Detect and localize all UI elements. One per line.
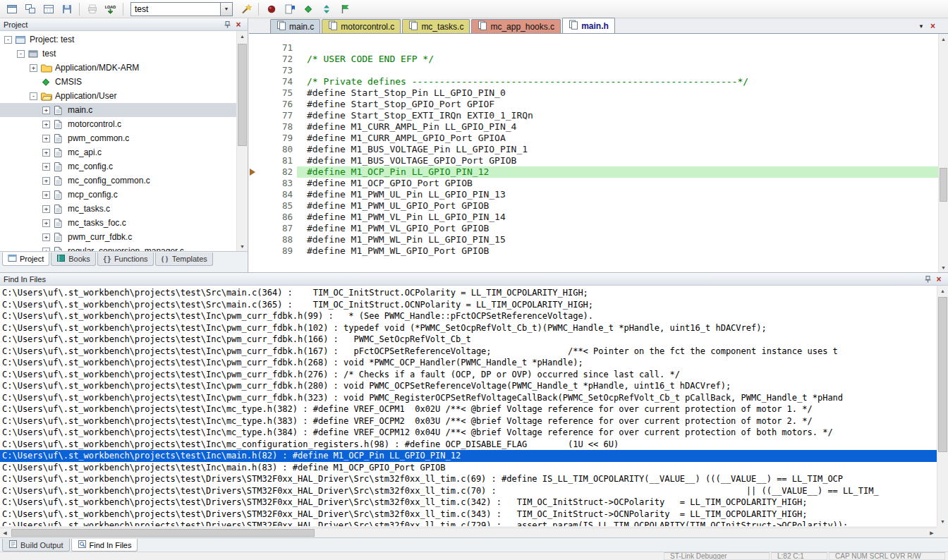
print-icon[interactable] bbox=[83, 1, 101, 17]
options-wand-icon[interactable] bbox=[237, 1, 255, 17]
save-all-icon[interactable] bbox=[58, 1, 75, 17]
expand-icon[interactable]: + bbox=[42, 121, 50, 128]
collapse-icon[interactable]: - bbox=[30, 92, 37, 100]
bookmark-icon[interactable] bbox=[281, 1, 298, 17]
output-tab-build-output[interactable]: Build Output bbox=[2, 539, 70, 552]
expand-icon[interactable]: + bbox=[42, 219, 50, 227]
target-select-value[interactable]: test bbox=[130, 2, 221, 16]
flash-load-icon[interactable]: LOAD bbox=[102, 1, 119, 17]
find-result-row[interactable]: C:\Users\uf\.st_workbench\projects\test\… bbox=[0, 380, 937, 392]
editor-tab-mc-app-hooks-c[interactable]: mc_app_hooks.c bbox=[471, 19, 561, 33]
code-line[interactable]: 78#define M1_CURR_AMPL_Pin LL_GPIO_PIN_4 bbox=[249, 121, 938, 133]
tree-item-mc-config-c[interactable]: +mc_config.c bbox=[0, 159, 237, 174]
collapse-icon[interactable]: - bbox=[17, 50, 25, 58]
expand-icon[interactable]: + bbox=[42, 191, 50, 199]
find-result-row[interactable]: C:\Users\uf\.st_workbench\projects\test\… bbox=[0, 485, 937, 497]
output-tab-find-in-files[interactable]: Find In Files bbox=[71, 539, 138, 552]
panel-tab-books[interactable]: Books bbox=[51, 252, 96, 266]
code-line[interactable]: 74/* Private defines -------------------… bbox=[249, 76, 938, 87]
expand-icon[interactable]: + bbox=[42, 177, 50, 185]
code-line[interactable]: 82#define M1_OCP_Pin LL_GPIO_PIN_12 bbox=[249, 166, 938, 178]
find-result-row[interactable]: C:\Users\uf\.st_workbench\projects\test\… bbox=[0, 322, 937, 334]
code-text[interactable]: #define Start_Stop_Pin LL_GPIO_PIN_0 bbox=[297, 87, 938, 99]
find-result-row[interactable]: C:\Users\uf\.st_workbench\projects\test\… bbox=[0, 346, 937, 358]
scroll-thumb[interactable] bbox=[938, 297, 947, 452]
expand-icon[interactable]: + bbox=[42, 163, 50, 171]
code-text[interactable]: /* USER CODE END EFP */ bbox=[297, 54, 938, 65]
code-line[interactable]: 81#define M1_BUS_VOLTAGE_GPIO_Port GPIOB bbox=[249, 155, 938, 166]
code-line[interactable]: 75#define Start_Stop_Pin LL_GPIO_PIN_0 bbox=[249, 87, 938, 99]
close-icon[interactable]: × bbox=[233, 20, 244, 30]
expand-icon[interactable]: + bbox=[42, 205, 50, 213]
scroll-right-icon[interactable]: ▶ bbox=[927, 528, 937, 537]
scroll-down-icon[interactable]: ▼ bbox=[939, 262, 948, 272]
editor-tab-main-c[interactable]: main.c bbox=[270, 19, 320, 33]
code-line[interactable]: 85#define M1_PWM_UL_GPIO_Port GPIOB bbox=[249, 200, 938, 212]
code-line[interactable]: 86#define M1_PWM_VL_Pin LL_GPIO_PIN_14 bbox=[249, 212, 938, 223]
code-line[interactable]: 77#define Start_Stop_EXTI_IRQn EXTI0_1_I… bbox=[249, 110, 938, 121]
find-result-row[interactable]: C:\Users\uf\.st_workbench\projects\test\… bbox=[0, 403, 937, 415]
code-line[interactable]: 79#define M1_CURR_AMPL_GPIO_Port GPIOA bbox=[249, 133, 938, 144]
find-result-row[interactable]: C:\Users\uf\.st_workbench\projects\test\… bbox=[0, 310, 937, 322]
tree-item-mc-tasks-c[interactable]: +mc_tasks.c bbox=[0, 202, 237, 216]
chevron-down-icon[interactable]: ▼ bbox=[221, 2, 233, 16]
code-line[interactable]: 73 bbox=[249, 65, 938, 76]
find-result-row[interactable]: C:\Users\uf\.st_workbench\projects\test\… bbox=[0, 473, 937, 485]
code-text[interactable]: /* Private defines ---------------------… bbox=[297, 76, 938, 87]
expand-icon[interactable]: + bbox=[30, 64, 37, 72]
expand-icon[interactable]: + bbox=[42, 149, 50, 157]
find-result-row[interactable]: C:\Users\uf\.st_workbench\projects\test\… bbox=[0, 427, 937, 439]
code-text[interactable]: #define M1_PWM_UL_GPIO_Port GPIOB bbox=[297, 200, 938, 212]
expand-icon[interactable]: + bbox=[42, 233, 50, 241]
editor-tab-motorcontrol-c[interactable]: motorcontrol.c bbox=[322, 19, 401, 33]
editor-scrollbar[interactable]: ▲ ▼ bbox=[938, 34, 948, 272]
find-result-row[interactable]: C:\Users\uf\.st_workbench\projects\test\… bbox=[0, 357, 937, 369]
expand-icon[interactable]: + bbox=[42, 135, 50, 142]
code-line[interactable]: 84#define M1_PWM_UL_Pin LL_GPIO_PIN_13 bbox=[249, 189, 938, 200]
tree-item-regular-conversion-manager-c[interactable]: +regular_conversion_manager.c bbox=[0, 244, 237, 251]
code-line[interactable]: 89#define M1_PWM_WL_GPIO_Port GPIOB bbox=[249, 245, 938, 257]
code-text[interactable]: #define M1_PWM_VL_GPIO_Port GPIOB bbox=[297, 223, 938, 234]
code-text[interactable]: #define M1_CURR_AMPL_Pin LL_GPIO_PIN_4 bbox=[297, 121, 938, 133]
debug-session-icon[interactable] bbox=[262, 1, 280, 17]
collapse-icon[interactable]: - bbox=[4, 36, 12, 44]
scroll-up-icon[interactable]: ▲ bbox=[939, 34, 948, 44]
tree-item-mc-tasks-foc-c[interactable]: +mc_tasks_foc.c bbox=[0, 216, 237, 230]
tree-item-main-c[interactable]: +main.c bbox=[0, 103, 237, 117]
tree-item-test[interactable]: -test bbox=[0, 47, 237, 61]
tree-item-cmsis[interactable]: CMSIS bbox=[0, 75, 237, 89]
find-result-row[interactable]: C:\Users\uf\.st_workbench\projects\test\… bbox=[0, 450, 937, 462]
code-text[interactable]: #define Start_Stop_EXTI_IRQn EXTI0_1_IRQ… bbox=[297, 110, 938, 121]
pin-icon[interactable] bbox=[221, 20, 233, 30]
code-text[interactable]: #define M1_PWM_UL_Pin LL_GPIO_PIN_13 bbox=[297, 189, 938, 200]
project-tree-scrollbar[interactable]: ▲ ▼ bbox=[236, 31, 248, 251]
flag-icon[interactable] bbox=[336, 1, 353, 17]
find-result-row[interactable]: C:\Users\uf\.st_workbench\projects\test\… bbox=[0, 462, 937, 474]
panel-tab-templates[interactable]: ()Templates bbox=[155, 252, 213, 266]
scroll-thumb[interactable] bbox=[238, 44, 247, 146]
code-line[interactable]: 83#define M1_OCP_GPIO_Port GPIOB bbox=[249, 178, 938, 189]
code-line[interactable]: 88#define M1_PWM_WL_Pin LL_GPIO_PIN_15 bbox=[249, 234, 938, 245]
tree-item-application-mdk-arm[interactable]: +Application/MDK-ARM bbox=[0, 61, 237, 75]
calendar-icon[interactable] bbox=[40, 1, 57, 17]
code-text[interactable] bbox=[297, 65, 938, 76]
panel-tab-project[interactable]: Project bbox=[2, 252, 49, 266]
code-line[interactable]: 80#define M1_BUS_VOLTAGE_Pin LL_GPIO_PIN… bbox=[249, 144, 938, 155]
find-result-row[interactable]: C:\Users\uf\.st_workbench\projects\test\… bbox=[0, 497, 937, 509]
find-result-row[interactable]: C:\Users\uf\.st_workbench\projects\test\… bbox=[0, 520, 937, 526]
code-text[interactable]: #define M1_OCP_Pin LL_GPIO_PIN_12 bbox=[297, 166, 938, 178]
tree-item-mc-config-common-c[interactable]: +mc_config_common.c bbox=[0, 174, 237, 188]
close-file-icon[interactable]: × bbox=[930, 21, 935, 31]
find-result-row[interactable]: C:\Users\uf\.st_workbench\projects\test\… bbox=[0, 299, 937, 311]
tree-item-mcp-config-c[interactable]: +mcp_config.c bbox=[0, 188, 237, 202]
code-line[interactable]: 72/* USER CODE END EFP */ bbox=[249, 54, 938, 65]
code-text[interactable]: #define M1_BUS_VOLTAGE_Pin LL_GPIO_PIN_1 bbox=[297, 144, 938, 155]
tree-item-application-user[interactable]: -Application/User bbox=[0, 89, 237, 103]
find-result-row[interactable]: C:\Users\uf\.st_workbench\projects\test\… bbox=[0, 392, 937, 404]
pack-installer-icon[interactable] bbox=[299, 1, 317, 17]
pin-icon[interactable] bbox=[922, 274, 933, 284]
scroll-thumb[interactable] bbox=[11, 529, 315, 537]
code-text[interactable]: #define M1_PWM_WL_Pin LL_GPIO_PIN_15 bbox=[297, 234, 938, 245]
scroll-down-icon[interactable]: ▼ bbox=[937, 516, 948, 526]
expand-icon[interactable]: + bbox=[42, 106, 50, 114]
